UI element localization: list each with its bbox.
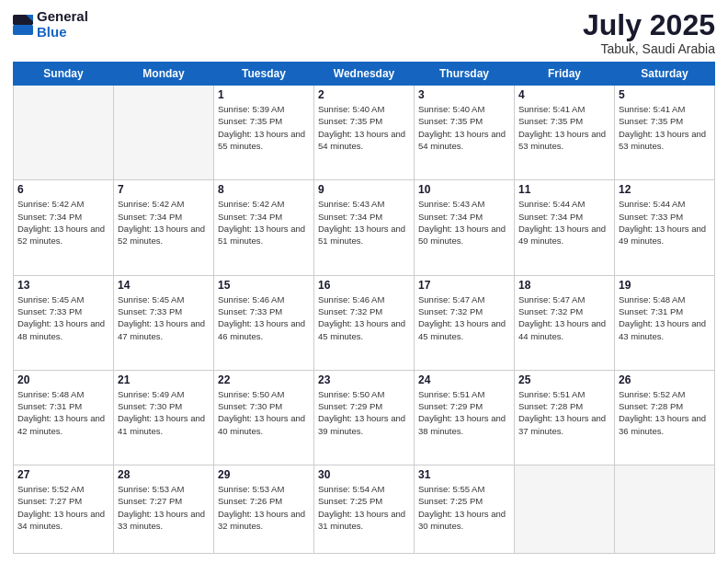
calendar-cell: 20Sunrise: 5:48 AM Sunset: 7:31 PM Dayli… (14, 370, 114, 465)
header: General Blue July 2025 Tabuk, Saudi Arab… (13, 9, 715, 56)
day-number: 26 (619, 373, 711, 386)
day-info: Sunrise: 5:40 AM Sunset: 7:35 PM Dayligh… (318, 103, 410, 152)
calendar-cell: 18Sunrise: 5:47 AM Sunset: 7:32 PM Dayli… (515, 275, 615, 370)
day-number: 23 (318, 373, 410, 386)
day-info: Sunrise: 5:55 AM Sunset: 7:25 PM Dayligh… (418, 483, 510, 532)
weekday-header-saturday: Saturday (615, 63, 715, 86)
day-info: Sunrise: 5:41 AM Sunset: 7:35 PM Dayligh… (619, 103, 711, 152)
calendar-week-row: 6Sunrise: 5:42 AM Sunset: 7:34 PM Daylig… (14, 180, 715, 275)
weekday-header-wednesday: Wednesday (314, 63, 415, 86)
day-info: Sunrise: 5:42 AM Sunset: 7:34 PM Dayligh… (17, 198, 109, 247)
calendar-week-row: 13Sunrise: 5:45 AM Sunset: 7:33 PM Dayli… (14, 275, 715, 370)
calendar-cell: 30Sunrise: 5:54 AM Sunset: 7:25 PM Dayli… (314, 465, 415, 554)
calendar-cell: 31Sunrise: 5:55 AM Sunset: 7:25 PM Dayli… (415, 465, 515, 554)
day-info: Sunrise: 5:50 AM Sunset: 7:30 PM Dayligh… (218, 388, 310, 437)
day-info: Sunrise: 5:51 AM Sunset: 7:29 PM Dayligh… (418, 388, 510, 437)
calendar-cell: 19Sunrise: 5:48 AM Sunset: 7:31 PM Dayli… (615, 275, 715, 370)
day-info: Sunrise: 5:53 AM Sunset: 7:26 PM Dayligh… (218, 483, 310, 532)
day-info: Sunrise: 5:48 AM Sunset: 7:31 PM Dayligh… (619, 293, 711, 342)
calendar-cell: 26Sunrise: 5:52 AM Sunset: 7:28 PM Dayli… (615, 370, 715, 465)
day-number: 5 (619, 88, 711, 101)
day-number: 3 (418, 88, 510, 101)
day-number: 8 (218, 183, 310, 196)
day-number: 9 (318, 183, 410, 196)
weekday-header-tuesday: Tuesday (214, 63, 314, 86)
page: General Blue July 2025 Tabuk, Saudi Arab… (0, 0, 728, 563)
day-number: 12 (619, 183, 711, 196)
calendar-cell: 24Sunrise: 5:51 AM Sunset: 7:29 PM Dayli… (415, 370, 515, 465)
calendar-cell: 15Sunrise: 5:46 AM Sunset: 7:33 PM Dayli… (214, 275, 314, 370)
calendar-cell: 12Sunrise: 5:44 AM Sunset: 7:33 PM Dayli… (615, 180, 715, 275)
day-info: Sunrise: 5:47 AM Sunset: 7:32 PM Dayligh… (518, 293, 610, 342)
day-info: Sunrise: 5:46 AM Sunset: 7:32 PM Dayligh… (318, 293, 410, 342)
weekday-header-friday: Friday (515, 63, 615, 86)
day-info: Sunrise: 5:39 AM Sunset: 7:35 PM Dayligh… (218, 103, 310, 152)
day-info: Sunrise: 5:41 AM Sunset: 7:35 PM Dayligh… (518, 103, 610, 152)
day-number: 28 (118, 468, 210, 481)
day-number: 25 (518, 373, 610, 386)
day-info: Sunrise: 5:47 AM Sunset: 7:32 PM Dayligh… (418, 293, 510, 342)
calendar-cell: 2Sunrise: 5:40 AM Sunset: 7:35 PM Daylig… (314, 86, 415, 180)
calendar-week-row: 27Sunrise: 5:52 AM Sunset: 7:27 PM Dayli… (14, 465, 715, 554)
logo-text: General Blue (37, 9, 88, 40)
location-subtitle: Tabuk, Saudi Arabia (583, 41, 715, 56)
day-info: Sunrise: 5:44 AM Sunset: 7:33 PM Dayligh… (619, 198, 711, 247)
day-number: 13 (17, 279, 109, 292)
logo-blue: Blue (37, 24, 67, 40)
weekday-header-sunday: Sunday (14, 63, 114, 86)
day-number: 2 (318, 88, 410, 101)
calendar-cell: 27Sunrise: 5:52 AM Sunset: 7:27 PM Dayli… (14, 465, 114, 554)
day-number: 11 (518, 183, 610, 196)
day-info: Sunrise: 5:43 AM Sunset: 7:34 PM Dayligh… (418, 198, 510, 247)
calendar-cell: 10Sunrise: 5:43 AM Sunset: 7:34 PM Dayli… (415, 180, 515, 275)
calendar-cell: 23Sunrise: 5:50 AM Sunset: 7:29 PM Dayli… (314, 370, 415, 465)
day-info: Sunrise: 5:52 AM Sunset: 7:27 PM Dayligh… (17, 483, 109, 532)
day-info: Sunrise: 5:52 AM Sunset: 7:28 PM Dayligh… (619, 388, 711, 437)
day-info: Sunrise: 5:48 AM Sunset: 7:31 PM Dayligh… (17, 388, 109, 437)
day-number: 15 (218, 279, 310, 292)
calendar-cell (114, 86, 214, 180)
calendar-cell: 8Sunrise: 5:42 AM Sunset: 7:34 PM Daylig… (214, 180, 314, 275)
day-number: 29 (218, 468, 310, 481)
logo: General Blue (13, 9, 88, 40)
day-number: 4 (518, 88, 610, 101)
calendar-cell: 28Sunrise: 5:53 AM Sunset: 7:27 PM Dayli… (114, 465, 214, 554)
day-info: Sunrise: 5:49 AM Sunset: 7:30 PM Dayligh… (118, 388, 210, 437)
day-number: 6 (17, 183, 109, 196)
calendar-week-row: 1Sunrise: 5:39 AM Sunset: 7:35 PM Daylig… (14, 86, 715, 180)
day-number: 19 (619, 279, 711, 292)
day-number: 31 (418, 468, 510, 481)
day-info: Sunrise: 5:54 AM Sunset: 7:25 PM Dayligh… (318, 483, 410, 532)
calendar-cell: 22Sunrise: 5:50 AM Sunset: 7:30 PM Dayli… (214, 370, 314, 465)
day-info: Sunrise: 5:42 AM Sunset: 7:34 PM Dayligh… (118, 198, 210, 247)
calendar-cell: 7Sunrise: 5:42 AM Sunset: 7:34 PM Daylig… (114, 180, 214, 275)
day-info: Sunrise: 5:53 AM Sunset: 7:27 PM Dayligh… (118, 483, 210, 532)
calendar-cell: 29Sunrise: 5:53 AM Sunset: 7:26 PM Dayli… (214, 465, 314, 554)
day-number: 17 (418, 279, 510, 292)
calendar-cell: 16Sunrise: 5:46 AM Sunset: 7:32 PM Dayli… (314, 275, 415, 370)
calendar-cell: 14Sunrise: 5:45 AM Sunset: 7:33 PM Dayli… (114, 275, 214, 370)
day-info: Sunrise: 5:43 AM Sunset: 7:34 PM Dayligh… (318, 198, 410, 247)
day-info: Sunrise: 5:40 AM Sunset: 7:35 PM Dayligh… (418, 103, 510, 152)
day-info: Sunrise: 5:45 AM Sunset: 7:33 PM Dayligh… (118, 293, 210, 342)
calendar-cell (615, 465, 715, 554)
day-number: 14 (118, 279, 210, 292)
logo-icon (13, 15, 33, 35)
calendar-cell: 17Sunrise: 5:47 AM Sunset: 7:32 PM Dayli… (415, 275, 515, 370)
title-block: July 2025 Tabuk, Saudi Arabia (583, 9, 715, 56)
calendar-cell: 5Sunrise: 5:41 AM Sunset: 7:35 PM Daylig… (615, 86, 715, 180)
logo-general: General (37, 8, 88, 24)
day-info: Sunrise: 5:42 AM Sunset: 7:34 PM Dayligh… (218, 198, 310, 247)
weekday-header-row: SundayMondayTuesdayWednesdayThursdayFrid… (14, 63, 715, 86)
day-number: 30 (318, 468, 410, 481)
day-info: Sunrise: 5:44 AM Sunset: 7:34 PM Dayligh… (518, 198, 610, 247)
day-number: 24 (418, 373, 510, 386)
calendar-cell: 3Sunrise: 5:40 AM Sunset: 7:35 PM Daylig… (415, 86, 515, 180)
calendar-cell (515, 465, 615, 554)
calendar-cell: 1Sunrise: 5:39 AM Sunset: 7:35 PM Daylig… (214, 86, 314, 180)
day-number: 21 (118, 373, 210, 386)
calendar-cell: 25Sunrise: 5:51 AM Sunset: 7:28 PM Dayli… (515, 370, 615, 465)
calendar-body: 1Sunrise: 5:39 AM Sunset: 7:35 PM Daylig… (14, 86, 715, 554)
calendar-cell: 4Sunrise: 5:41 AM Sunset: 7:35 PM Daylig… (515, 86, 615, 180)
calendar-week-row: 20Sunrise: 5:48 AM Sunset: 7:31 PM Dayli… (14, 370, 715, 465)
